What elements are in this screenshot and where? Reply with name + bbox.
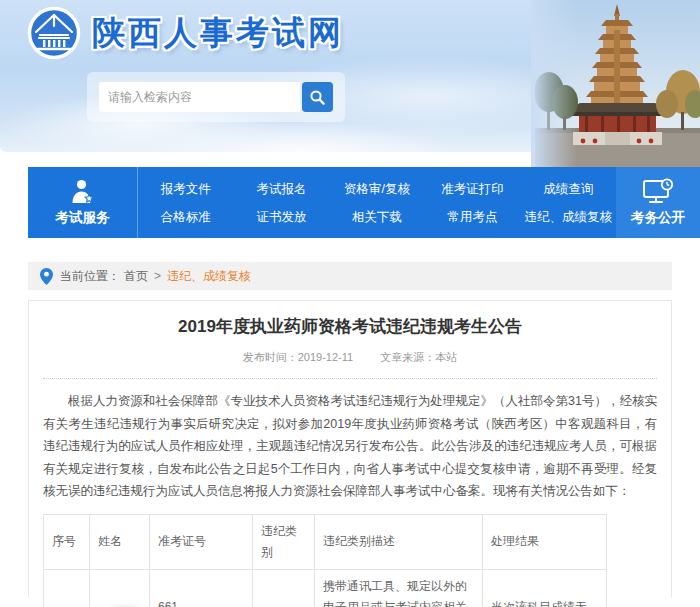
- dotted-divider: [43, 378, 657, 379]
- article-body: 根据人力资源和社会保障部《专业技术人员资格考试违纪违规行为处理规定》（人社部令第…: [43, 390, 657, 503]
- nav-column: 资格审/复核 相关下载: [329, 175, 425, 231]
- nav-item-zige-fuhe[interactable]: 资格审/复核: [342, 175, 412, 203]
- breadcrumb-home-link[interactable]: 首页: [124, 268, 148, 285]
- location-pin-icon: [40, 268, 53, 285]
- monitor-clock-icon: [642, 178, 674, 205]
- breadcrumb: 当前位置： 首页 > 违纪、成绩复核: [28, 262, 672, 290]
- brand: 陕西人事考试网: [26, 5, 344, 61]
- nav-item-chengji-chaxun[interactable]: 成绩查询: [541, 175, 595, 203]
- table-row: 1 李 661 A101 携带通讯工具、规定以外的电子用品或与考试内容相关的资料…: [44, 569, 607, 607]
- breadcrumb-separator: >: [154, 269, 161, 283]
- search-icon: [309, 89, 326, 106]
- nav-item-zhengshu-fafang[interactable]: 证书发放: [254, 203, 308, 231]
- cell-index: 1: [44, 569, 90, 607]
- cell-name: 李: [90, 569, 150, 607]
- cell-description: 携带通讯工具、规定以外的电子用品或与考试内容相关的资料进入座位，经提醒仍不改正的: [315, 569, 483, 607]
- nav-exam-service[interactable]: 考试服务: [28, 167, 138, 238]
- site-header: 陕西人事考试网: [0, 0, 700, 167]
- site-logo-pavilion-icon: [26, 5, 82, 61]
- cell-category: A101: [253, 569, 315, 607]
- cell-result: 当次该科目成绩无效: [483, 569, 607, 607]
- nav-item-baokao-wenjian[interactable]: 报考文件: [159, 175, 213, 203]
- article-title: 2019年度执业药师资格考试违纪违规考生公告: [43, 315, 657, 338]
- nav-item-xiangguan-xiazai[interactable]: 相关下载: [350, 203, 404, 231]
- breadcrumb-prefix: 当前位置：: [60, 268, 120, 285]
- site-title: 陕西人事考试网: [92, 11, 344, 56]
- temple: [563, 103, 672, 145]
- violation-table: 序号 姓名 准考证号 违纪类别 违纪类别描述 处理结果 1 李 661 A101…: [43, 514, 607, 607]
- nav-item-kaoshi-baoming[interactable]: 考试报名: [254, 175, 308, 203]
- col-header-category: 违纪类别: [253, 514, 315, 569]
- col-header-description: 违纪类别描述: [315, 514, 483, 569]
- nav-item-changyong-kaodian[interactable]: 常用考点: [446, 203, 500, 231]
- col-header-index: 序号: [44, 514, 90, 569]
- article-meta: 发布时间：2019-12-11 文章来源：本站: [43, 350, 657, 365]
- table-header-row: 序号 姓名 准考证号 违纪类别 违纪类别描述 处理结果: [44, 514, 607, 569]
- nav-links: 报考文件 合格标准 考试报名 证书发放 资格审/复核 相关下载 准考证打印 常用…: [138, 167, 616, 238]
- col-header-name: 姓名: [90, 514, 150, 569]
- nav-column: 准考证打印 常用考点: [425, 175, 521, 231]
- search-input[interactable]: [99, 82, 300, 112]
- article-panel: 2019年度执业药师资格考试违纪违规考生公告 发布时间：2019-12-11 文…: [28, 300, 672, 597]
- nav-item-zhunkaozheng-dayin[interactable]: 准考证打印: [439, 175, 506, 203]
- nav-column: 报考文件 合格标准: [138, 175, 234, 231]
- nav-column: 成绩查询 违纪、成绩复核: [520, 175, 616, 231]
- nav-item-hege-biaozhun[interactable]: 合格标准: [159, 203, 213, 231]
- nav-exam-affairs-public[interactable]: 考务公开: [616, 167, 700, 238]
- person-star-icon: [69, 178, 96, 205]
- nav-item-weiji-chengji-fuhe[interactable]: 违纪、成绩复核: [522, 203, 614, 231]
- nav-exam-affairs-public-label: 考务公开: [631, 209, 685, 227]
- publish-time: 发布时间：2019-12-11: [243, 351, 353, 363]
- article-source: 文章来源：本站: [380, 351, 457, 363]
- breadcrumb-current: 违纪、成绩复核: [167, 268, 251, 285]
- search-button[interactable]: [302, 82, 333, 112]
- col-header-result: 处理结果: [483, 514, 607, 569]
- search-bar: [87, 72, 345, 122]
- nav-column: 考试报名 证书发放: [234, 175, 330, 231]
- cell-ticket: 661: [150, 569, 253, 607]
- col-header-ticket: 准考证号: [150, 514, 253, 569]
- main-navbar: 考试服务 报考文件 合格标准 考试报名 证书发放 资格审/复核 相关下载 准考证…: [28, 167, 700, 238]
- nav-exam-service-label: 考试服务: [56, 209, 110, 227]
- photo-fade: [531, 0, 577, 167]
